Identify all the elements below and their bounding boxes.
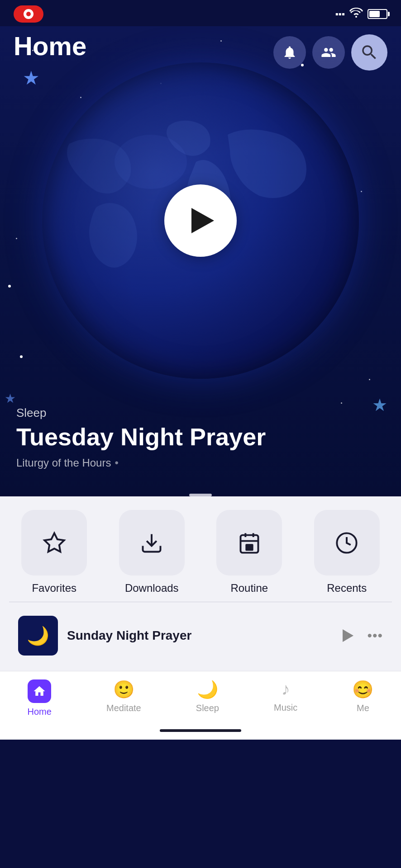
nav-item-music[interactable]: ♪ Music [274, 679, 297, 717]
hero-text: Sleep Tuesday Night Prayer Liturgy of th… [16, 406, 266, 469]
recent-thumbnail: 🌙 [18, 616, 58, 656]
music-nav-icon: ♪ [282, 679, 290, 699]
header-icons [273, 34, 387, 71]
bottom-star-left-icon: ★ [5, 391, 16, 406]
group-button[interactable] [312, 36, 345, 69]
sleep-nav-icon: 🌙 [197, 679, 218, 699]
hero-section: Home ★ [0, 26, 401, 496]
search-icon [360, 43, 379, 62]
recent-title: Sunday Night Prayer [67, 628, 326, 643]
section-divider [9, 602, 392, 602]
recent-thumb-emoji: 🌙 [27, 625, 49, 646]
clock-icon [335, 531, 358, 555]
search-button[interactable] [351, 34, 387, 71]
globe-container [42, 62, 359, 379]
favorites-icon-box [21, 510, 87, 576]
recording-dot-icon [24, 9, 33, 19]
nav-item-sleep[interactable]: 🌙 Sleep [196, 679, 219, 717]
home-nav-label: Home [28, 707, 52, 717]
recents-label: Recents [327, 582, 367, 594]
recent-item[interactable]: 🌙 Sunday Night Prayer ••• [9, 609, 392, 662]
home-star-icon: ★ [23, 67, 40, 89]
globe [42, 62, 359, 379]
recent-more-button[interactable]: ••• [367, 628, 383, 643]
home-indicator [0, 722, 401, 740]
star-dot [361, 191, 362, 192]
recent-info: Sunday Night Prayer [67, 628, 326, 643]
star-dot [369, 379, 370, 380]
recents-icon-box [314, 510, 380, 576]
nav-item-meditate[interactable]: 🙂 Meditate [106, 679, 141, 717]
hero-title: Tuesday Night Prayer [16, 424, 266, 450]
downloads-quick-item[interactable]: Downloads [107, 510, 197, 594]
bottom-nav: Home 🙂 Meditate 🌙 Sleep ♪ Music 😊 Me [0, 671, 401, 722]
wifi-icon [349, 8, 363, 20]
meditate-nav-icon: 🙂 [113, 679, 134, 699]
star-dot [8, 285, 11, 288]
download-icon [140, 531, 163, 555]
music-nav-label: Music [274, 703, 297, 713]
battery-icon [368, 9, 387, 19]
me-nav-label: Me [357, 703, 369, 713]
svg-marker-1 [44, 533, 64, 552]
calendar-icon [238, 531, 261, 555]
routine-quick-item[interactable]: Routine [204, 510, 295, 594]
svg-rect-7 [245, 544, 253, 551]
recent-play-triangle-icon [343, 629, 353, 642]
recording-indicator [14, 5, 43, 23]
play-triangle-icon [191, 208, 214, 233]
home-header: Home ★ [0, 26, 401, 71]
routine-label: Routine [230, 582, 268, 594]
downloads-icon-box [119, 510, 185, 576]
hero-category: Sleep [16, 406, 266, 420]
recent-actions: ••• [335, 624, 383, 647]
star-dot [341, 402, 342, 404]
page-title: Home [14, 31, 86, 61]
me-nav-icon: 😊 [352, 679, 373, 699]
star-dot [20, 355, 23, 358]
favorites-label: Favorites [32, 582, 76, 594]
recent-play-button[interactable] [335, 624, 359, 647]
signal-icon: ▪▪▪ [335, 9, 345, 19]
people-icon [321, 45, 336, 60]
quick-access-section: Favorites Downloads [0, 496, 401, 671]
home-nav-icon-box [28, 679, 51, 703]
quick-access-grid: Favorites Downloads [9, 510, 392, 594]
svg-point-0 [115, 135, 187, 189]
bottom-star-right-icon: ★ [372, 395, 387, 415]
nav-item-me[interactable]: 😊 Me [352, 679, 373, 717]
battery-fill [369, 11, 380, 17]
favorites-quick-item[interactable]: Favorites [9, 510, 100, 594]
star-icon [43, 531, 66, 555]
status-bar: ▪▪▪ [0, 0, 401, 26]
routine-icon-box [216, 510, 282, 576]
bell-icon [282, 45, 297, 60]
status-right: ▪▪▪ [335, 8, 387, 20]
downloads-label: Downloads [125, 582, 179, 594]
nav-item-home[interactable]: Home [28, 679, 52, 717]
sleep-nav-label: Sleep [196, 703, 219, 713]
home-nav-icon [33, 684, 46, 698]
star-dot [16, 238, 17, 239]
drag-handle [189, 494, 212, 496]
home-indicator-bar [160, 729, 241, 732]
notifications-button[interactable] [273, 36, 306, 69]
recents-quick-item[interactable]: Recents [302, 510, 392, 594]
meditate-nav-label: Meditate [106, 703, 141, 713]
hero-subtitle: Liturgy of the Hours [16, 457, 266, 469]
play-button[interactable] [164, 184, 237, 257]
